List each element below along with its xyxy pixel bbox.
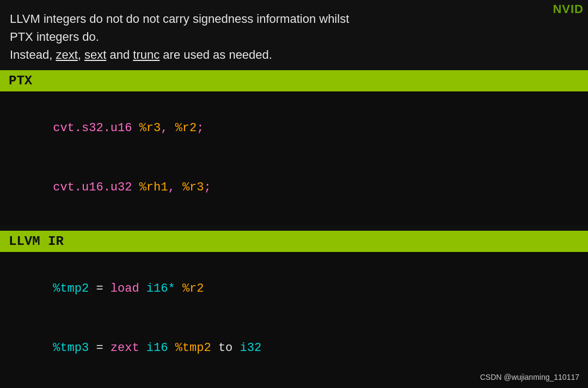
llvm-eq-2: =	[89, 341, 111, 355]
ptx-semi-1: ;	[197, 121, 204, 135]
ptx-section-header: PTX	[0, 70, 588, 91]
csdn-watermark: CSDN @wujianming_110117	[480, 373, 579, 381]
llvm-zext: zext	[111, 341, 139, 355]
description-text: LLVM integers do not do not carry signed…	[10, 10, 578, 64]
ptx-comma-1: ,	[161, 121, 175, 135]
description-area: LLVM integers do not do not carry signed…	[0, 0, 588, 70]
llvm-line-1: %tmp2 = load i16* %r2	[10, 260, 578, 319]
llvm-section-header: LLVM IR	[0, 231, 588, 252]
ptx-reg-r3-2: %r3	[182, 181, 204, 194]
llvm-r2: %r2	[182, 282, 204, 295]
trunc-term: trunc	[133, 48, 160, 61]
llvm-code-block: %tmp2 = load i16* %r2 %tmp3 = zext i16 %…	[0, 252, 588, 388]
section-gap	[0, 225, 588, 231]
llvm-type-i16: i16	[139, 341, 175, 355]
page-container: NVID LLVM integers do not do not carry s…	[0, 0, 588, 388]
sext-term: sext	[84, 48, 106, 61]
llvm-line-2: %tmp3 = zext i16 %tmp2 to i32	[10, 319, 578, 378]
ptx-comma-2: ,	[168, 181, 182, 194]
ptx-line-1: cvt.s32.u16 %r3, %r2;	[10, 99, 578, 158]
desc-line1: LLVM integers do not do not carry signed…	[10, 12, 349, 26]
llvm-load-1: load	[111, 282, 139, 295]
llvm-type-i16ptr: i16*	[139, 282, 182, 295]
ptx-reg-r2: %r2	[175, 121, 197, 135]
ptx-code-block: cvt.s32.u16 %r3, %r2; cvt.u16.u32 %rh1, …	[0, 91, 588, 225]
llvm-tmp3-1: %tmp3	[53, 341, 89, 355]
desc-line3: Instead, zext, sext and trunc are used a…	[10, 48, 272, 61]
ptx-reg-r3-1: %r3	[139, 121, 161, 135]
zext-term: zext	[56, 48, 77, 61]
ptx-instr-2: cvt.u16.u32	[53, 181, 139, 194]
ptx-line-2: cvt.u16.u32 %rh1, %r3;	[10, 158, 578, 218]
llvm-tmp2-reg: %tmp2	[175, 341, 211, 355]
llvm-tmp2-1: %tmp2	[53, 282, 89, 295]
llvm-to-1: to	[211, 341, 240, 355]
nvidia-logo: NVID	[553, 2, 584, 16]
ptx-instr-1: cvt.s32.u16	[53, 121, 139, 135]
llvm-type-i32-1: i32	[240, 341, 262, 355]
ptx-reg-rh1: %rh1	[139, 181, 168, 194]
ptx-semi-2: ;	[204, 181, 211, 194]
llvm-eq-1: =	[89, 282, 111, 295]
desc-line2: PTX integers do.	[10, 30, 99, 44]
